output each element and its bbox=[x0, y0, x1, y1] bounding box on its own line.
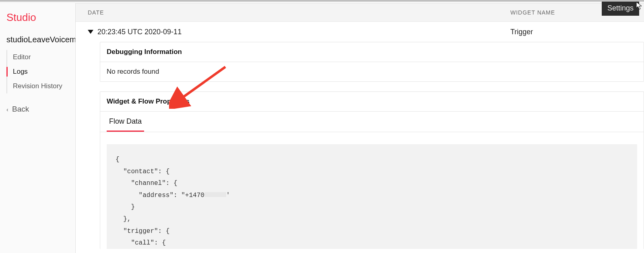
svg-marker-0 bbox=[88, 30, 93, 34]
redacted-value bbox=[204, 192, 226, 197]
nav-item-revision-history[interactable]: Revision History bbox=[7, 79, 75, 93]
log-detail-panels: Debugging Information No records found W… bbox=[76, 42, 644, 249]
nav-item-editor[interactable]: Editor bbox=[7, 50, 75, 64]
back-label: Back bbox=[12, 105, 29, 113]
code-line: }, bbox=[116, 216, 131, 223]
column-header-date: DATE bbox=[88, 9, 510, 16]
chevron-left-icon: ‹ bbox=[6, 106, 8, 113]
code-line: "contact": { bbox=[116, 168, 169, 175]
flow-data-json: { "contact": { "channel": { "address": "… bbox=[107, 144, 637, 249]
code-line: } bbox=[116, 203, 135, 211]
log-row[interactable]: 20:23:45 UTC 2020-09-11 Trigger bbox=[76, 22, 644, 42]
tab-row: Flow Data bbox=[100, 112, 644, 132]
brand-title[interactable]: Studio bbox=[0, 11, 75, 35]
code-line: { bbox=[116, 156, 120, 163]
panel-debugging-body: No records found bbox=[100, 62, 644, 81]
panel-debugging-info: Debugging Information No records found bbox=[100, 42, 644, 82]
panel-properties-title: Widget & Flow Properties bbox=[100, 92, 644, 112]
log-timestamp: 20:23:45 UTC 2020-09-11 bbox=[95, 28, 182, 36]
code-line: "address": "+1470 bbox=[116, 192, 204, 199]
panel-debugging-title: Debugging Information bbox=[100, 42, 644, 62]
table-header: DATE WIDGET NAME bbox=[76, 3, 644, 22]
settings-button[interactable]: Settings bbox=[602, 2, 639, 16]
nav-list: Editor Logs Revision History bbox=[6, 50, 75, 93]
nav-item-logs[interactable]: Logs bbox=[7, 64, 75, 79]
main-area: DATE WIDGET NAME 20:23:45 UTC 2020-09-11… bbox=[76, 3, 644, 253]
sidebar: Studio studioLeaveVoicema Editor Logs Re… bbox=[0, 3, 76, 253]
back-link[interactable]: ‹ Back bbox=[0, 93, 75, 114]
tab-flow-data[interactable]: Flow Data bbox=[107, 112, 144, 132]
column-header-widget-name: WIDGET NAME bbox=[510, 9, 555, 16]
code-line: "trigger": { bbox=[116, 228, 169, 235]
expand-icon[interactable] bbox=[88, 30, 95, 34]
log-widget-name: Trigger bbox=[510, 28, 533, 36]
code-line: "call": { bbox=[116, 239, 166, 247]
code-tail: ' bbox=[226, 192, 230, 199]
code-line: "channel": { bbox=[116, 180, 178, 187]
panel-widget-flow-properties: Widget & Flow Properties Flow Data { "co… bbox=[100, 91, 644, 249]
flow-name: studioLeaveVoicema bbox=[0, 35, 75, 50]
